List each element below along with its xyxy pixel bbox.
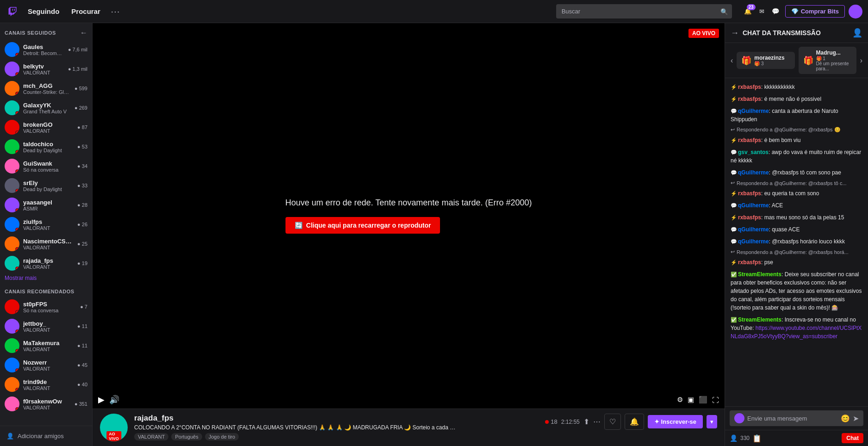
play-btn[interactable]: ▶	[98, 395, 105, 405]
browse-link[interactable]: Procurar	[68, 6, 104, 17]
sidebar-item-followed[interactable]: rajada_fps VALORANT ● 19	[0, 254, 92, 273]
chat-message: 💬qGuilherme: quase ACE	[727, 224, 866, 235]
chat-emoji-btn[interactable]: 😊	[841, 414, 850, 423]
sidebar-item-followed[interactable]: taldochico Dead by Daylight ● 53	[0, 137, 92, 156]
twitch-logo[interactable]	[6, 5, 19, 19]
username[interactable]: rxbasfps	[738, 190, 761, 197]
subscribe-btn[interactable]: ✦ Inscrever-se	[648, 415, 703, 428]
username[interactable]: qGuilherme	[738, 202, 769, 209]
sidebar-item-recommended[interactable]: jettboy_ VALORANT ● 11	[0, 316, 92, 336]
gift-next-btn[interactable]: ›	[860, 56, 862, 65]
sidebar-item-recommended[interactable]: trind9de VALORANT ● 40	[0, 375, 92, 394]
sidebar-item-followed[interactable]: srEly Dead by Daylight ● 33	[0, 176, 92, 195]
username[interactable]: rxbasfps	[738, 84, 761, 90]
pip-btn[interactable]: ▣	[688, 396, 694, 404]
sidebar-item-followed[interactable]: brokenGO VALORANT ● 87	[0, 118, 92, 137]
badge-icon: ⚡	[731, 190, 737, 198]
bell-btn[interactable]: 🔔	[625, 414, 644, 430]
theatre-btn[interactable]: ⬛	[699, 396, 707, 404]
sidebar-item-recommended[interactable]: st0pFPS Só na conversa ● 7	[0, 297, 92, 316]
viewer-live-dot	[545, 420, 549, 424]
chat-send-btn[interactable]: ➤	[853, 414, 859, 423]
reply-indicator: ↩Respondendo a @qGuilherme: @rxbasfps ho…	[727, 248, 866, 255]
chat-settings-btn[interactable]: 👤	[852, 28, 862, 38]
username[interactable]: qGuilherme	[738, 238, 769, 245]
tag-genre[interactable]: Jogo de tiro	[205, 433, 239, 440]
sidebar-item-followed[interactable]: GalaxyYK Grand Theft Auto V ● 269	[0, 98, 92, 118]
username[interactable]: rxbasfps	[738, 96, 761, 102]
gift-card-2[interactable]: 🎁 Madrug... 🎁 1 Dê um presente para...	[799, 47, 856, 74]
heart-btn[interactable]: ♡	[604, 414, 621, 430]
sidebar-bottom: 👤 Adicionar amigos	[0, 426, 92, 446]
more-nav-btn[interactable]: ⋯	[109, 4, 122, 19]
sidebar-item-followed[interactable]: Gaules Detroit: Become ... ● 7,6 mil	[0, 40, 92, 59]
live-dot	[15, 368, 19, 372]
reload-btn[interactable]: 🔄 Clique aqui para recarregar o reprodut…	[285, 217, 440, 234]
show-more-btn[interactable]: Mostrar mais	[0, 273, 92, 283]
chat-back-btn[interactable]: →	[731, 28, 739, 38]
message-text: : mas meu sono só da la pelas 15	[761, 214, 844, 221]
sidebar: CANAIS SEGUIDOS ← Gaules Detroit: Become…	[0, 23, 93, 446]
search-btn[interactable]: 🔍	[720, 8, 728, 15]
fullscreen-btn[interactable]: ⛶	[712, 396, 719, 404]
buy-bits-btn[interactable]: 💎 Comprar Bits	[785, 5, 845, 18]
whisper-btn[interactable]: 💬	[770, 6, 781, 17]
inbox-btn[interactable]: ✉	[757, 6, 766, 17]
sidebar-item-recommended[interactable]: MaTakemura VALORANT ● 11	[0, 336, 92, 355]
viewer-count: ● 25	[77, 241, 87, 247]
live-dot	[15, 130, 19, 135]
sidebar-item-recommended[interactable]: f0rsakenwOw VALORANT ● 351	[0, 394, 92, 414]
channel-info: Gaules Detroit: Become ...	[23, 43, 64, 56]
add-friends-icon: 👤	[6, 433, 14, 440]
tag-game[interactable]: VALORANT	[134, 433, 168, 440]
sidebar-collapse-btn[interactable]: ←	[80, 29, 87, 37]
channel-avatar	[5, 198, 19, 212]
notification-badge: 23	[747, 4, 756, 10]
sidebar-item-followed[interactable]: belkytv VALORANT ● 1,3 mil	[0, 59, 92, 79]
chat-tab-btn[interactable]: Chat	[842, 433, 863, 443]
username[interactable]: rxbasfps	[738, 214, 761, 221]
username[interactable]: qGuilherme	[738, 169, 769, 176]
channel-info: belkytv VALORANT	[23, 63, 64, 75]
gift-sub-count-1: 🎁 3	[754, 61, 784, 66]
settings-btn[interactable]: ⚙	[677, 396, 683, 404]
add-friends-btn[interactable]: 👤 Adicionar amigos	[5, 430, 87, 442]
username[interactable]: rxbasfps	[738, 137, 761, 143]
channel-game: VALORANT	[23, 347, 74, 352]
channel-info: srEly Dead by Daylight	[23, 180, 74, 192]
sidebar-item-recommended[interactable]: Nozwerr VALORANT ● 45	[0, 355, 92, 375]
channel-name: ziulfps	[23, 218, 74, 225]
channel-bar-right: 18 2:12:55 ⬆ ⋯ ♡ 🔔 ✦ Inscrever-se ▾	[545, 414, 717, 430]
chat-input[interactable]	[747, 415, 838, 422]
search-bar: 🔍	[556, 4, 732, 19]
username[interactable]: qGuilherme	[738, 108, 769, 114]
search-input[interactable]	[556, 4, 732, 19]
sidebar-item-followed[interactable]: yaasangel ASMR ● 28	[0, 195, 92, 215]
sidebar-item-followed[interactable]: GuiSwank Só na conversa ● 34	[0, 156, 92, 176]
username[interactable]: gsv_santos	[738, 149, 769, 155]
channel-avatar	[5, 178, 19, 193]
user-avatar[interactable]	[849, 5, 862, 19]
gift-card-1[interactable]: 🎁 moraezinzs 🎁 3	[737, 52, 794, 69]
sidebar-item-followed[interactable]: NascimentoCSGO VALORANT ● 25	[0, 234, 92, 254]
volume-btn[interactable]: 🔊	[109, 395, 119, 405]
channel-desc: COLOCANDO A 2°CONTA NO RADIANT (FALTA AL…	[134, 424, 458, 431]
more-options-btn[interactable]: ⋯	[593, 417, 601, 426]
subscribe-dropdown-btn[interactable]: ▾	[707, 415, 717, 428]
channel-title-name[interactable]: rajada_fps	[134, 414, 539, 423]
notifications-btn[interactable]: 🔔 23	[742, 6, 754, 17]
chat-icon-list-btn[interactable]: 📋	[752, 434, 762, 443]
channel-name: st0pFPS	[23, 301, 76, 308]
sidebar-item-followed[interactable]: ziulfps VALORANT ● 26	[0, 215, 92, 234]
username[interactable]: rxbasfps	[738, 259, 761, 266]
sidebar-item-followed[interactable]: mch_AGG Counter-Strike: Glo... ● 599	[0, 79, 92, 98]
username[interactable]: qGuilherme	[738, 226, 769, 233]
username[interactable]: StreamElements	[738, 271, 781, 278]
tag-language[interactable]: Português	[171, 433, 202, 440]
gift-prev-btn[interactable]: ‹	[731, 56, 733, 65]
following-link[interactable]: Seguindo	[24, 6, 63, 17]
yt-link[interactable]: https://www.youtube.com/channel/UCSlPtXN…	[731, 325, 862, 340]
username[interactable]: StreamElements	[738, 316, 781, 323]
share-btn[interactable]: ⬆	[583, 417, 589, 426]
gift-user-1: moraezinzs	[754, 55, 784, 61]
